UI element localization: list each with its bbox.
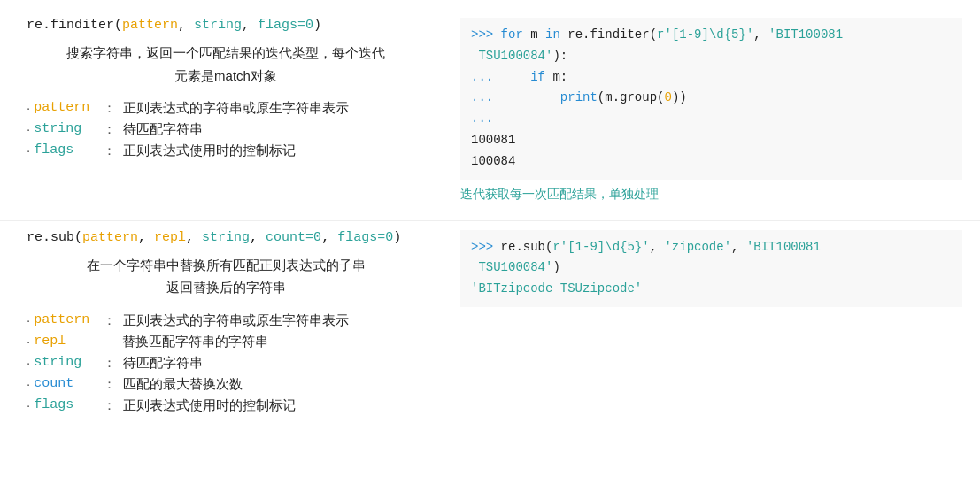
sub-param-pattern: pattern xyxy=(82,230,138,245)
finditer-param-pattern: pattern xyxy=(122,18,178,33)
param-desc: 待匹配字符串 xyxy=(123,355,203,372)
finditer-code: >>> for m in re.finditer(r'[1-9]\d{5}', … xyxy=(460,18,962,180)
param-desc: 替换匹配字符串的字符串 xyxy=(122,334,268,350)
param-desc: 正则表达式的字符串或原生字符串表示 xyxy=(123,312,349,329)
param-sep: ： xyxy=(103,100,116,117)
param-name: count xyxy=(34,376,96,391)
sub-param-string: string xyxy=(202,230,250,245)
finditer-code-note: 迭代获取每一次匹配结果，单独处理 xyxy=(460,187,962,203)
bullet: · xyxy=(27,376,30,391)
param-name: string xyxy=(34,355,96,370)
sub-section: re.sub(pattern, repl, string, count=0, f… xyxy=(0,221,980,436)
param-desc: 待匹配字符串 xyxy=(123,121,203,138)
code-line-3: ... if m: xyxy=(471,67,952,88)
finditer-param-flags: flags=0 xyxy=(258,18,313,33)
sub-param-repl: repl xyxy=(154,230,186,245)
finditer-right: >>> for m in re.finditer(r'[1-9]\d{5}', … xyxy=(443,18,980,203)
sub-code-line-1: >>> re.sub(r'[1-9]\d{5}', 'zipcode', 'BI… xyxy=(471,237,952,258)
param-item-flags: · flags ： 正则表达式使用时的控制标记 xyxy=(27,142,425,159)
page: re.finditer(pattern, string, flags=0) 搜索… xyxy=(0,0,980,445)
code-line-1: >>> for m in re.finditer(r'[1-9]\d{5}', … xyxy=(471,25,952,46)
param-name: pattern xyxy=(34,312,96,327)
param-desc: 匹配的最大替换次数 xyxy=(123,376,243,393)
bullet: · xyxy=(27,397,30,412)
param-desc: 正则表达式的字符串或原生字符串表示 xyxy=(123,100,349,117)
finditer-param-string: string xyxy=(194,18,242,33)
bullet: · xyxy=(27,355,30,370)
finditer-desc-line2: 元素是match对象 xyxy=(174,68,277,83)
param-name: pattern xyxy=(34,100,96,115)
sub-left: re.sub(pattern, repl, string, count=0, f… xyxy=(0,230,443,419)
bullet: · xyxy=(27,334,30,349)
param-name: flags xyxy=(34,142,96,158)
param-sep: ： xyxy=(103,121,116,138)
sub-param-flags: flags=0 xyxy=(337,230,393,245)
param-desc: 正则表达式使用时的控制标记 xyxy=(123,397,296,414)
finditer-params: · pattern ： 正则表达式的字符串或原生字符串表示 · string ：… xyxy=(27,100,425,159)
param-sep: ： xyxy=(103,142,116,159)
sub-param-item-string: · string ： 待匹配字符串 xyxy=(27,355,425,372)
finditer-description: 搜索字符串，返回一个匹配结果的迭代类型，每个迭代 元素是match对象 xyxy=(27,42,425,87)
sub-params: · pattern ： 正则表达式的字符串或原生字符串表示 · repl 替换匹… xyxy=(27,312,425,414)
bullet: · xyxy=(27,142,30,158)
sub-code-line-3: 'BITzipcode TSUzipcode' xyxy=(471,279,952,300)
param-name: string xyxy=(34,121,96,136)
finditer-section: re.finditer(pattern, string, flags=0) 搜索… xyxy=(0,9,980,221)
param-sep: ： xyxy=(103,397,116,414)
sub-desc-line2: 返回替换后的字符串 xyxy=(166,280,286,295)
code-line-4: ... print(m.group(0)) xyxy=(471,88,952,109)
param-name: repl xyxy=(34,334,96,349)
sub-param-item-pattern: · pattern ： 正则表达式的字符串或原生字符串表示 xyxy=(27,312,425,329)
sub-param-item-flags: · flags ： 正则表达式使用时的控制标记 xyxy=(27,397,425,414)
sub-desc-line1: 在一个字符串中替换所有匹配正则表达式的子串 xyxy=(87,258,366,273)
sub-code-line-2: TSU100084') xyxy=(471,258,952,279)
finditer-left: re.finditer(pattern, string, flags=0) 搜索… xyxy=(0,18,443,203)
code-line-6: 100081 xyxy=(471,130,952,151)
finditer-prefix: re.finditer( xyxy=(27,18,122,33)
finditer-desc-line1: 搜索字符串，返回一个匹配结果的迭代类型，每个迭代 xyxy=(66,45,385,60)
sub-description: 在一个字符串中替换所有匹配正则表达式的子串 返回替换后的字符串 xyxy=(27,254,425,299)
sub-prefix: re.sub( xyxy=(27,230,82,245)
code-line-2: TSU100084'): xyxy=(471,46,952,67)
finditer-signature: re.finditer(pattern, string, flags=0) xyxy=(27,18,425,33)
bullet: · xyxy=(27,100,30,115)
param-sep: ： xyxy=(103,376,116,393)
param-item-string: · string ： 待匹配字符串 xyxy=(27,121,425,138)
param-desc: 正则表达式使用时的控制标记 xyxy=(123,142,296,159)
sub-param-item-repl: · repl 替换匹配字符串的字符串 xyxy=(27,334,425,350)
param-sep: ： xyxy=(103,355,116,372)
sub-param-count: count=0 xyxy=(266,230,321,245)
param-sep: ： xyxy=(103,312,116,329)
sub-code: >>> re.sub(r'[1-9]\d{5}', 'zipcode', 'BI… xyxy=(460,230,962,307)
bullet: · xyxy=(27,121,30,136)
sub-param-item-count: · count ： 匹配的最大替换次数 xyxy=(27,376,425,393)
sub-signature: re.sub(pattern, repl, string, count=0, f… xyxy=(27,230,425,245)
bullet: · xyxy=(27,312,30,327)
sub-right: >>> re.sub(r'[1-9]\d{5}', 'zipcode', 'BI… xyxy=(443,230,980,419)
code-line-7: 100084 xyxy=(471,151,952,173)
param-item-pattern: · pattern ： 正则表达式的字符串或原生字符串表示 xyxy=(27,100,425,117)
param-name: flags xyxy=(34,397,96,412)
code-line-5: ... xyxy=(471,109,952,130)
